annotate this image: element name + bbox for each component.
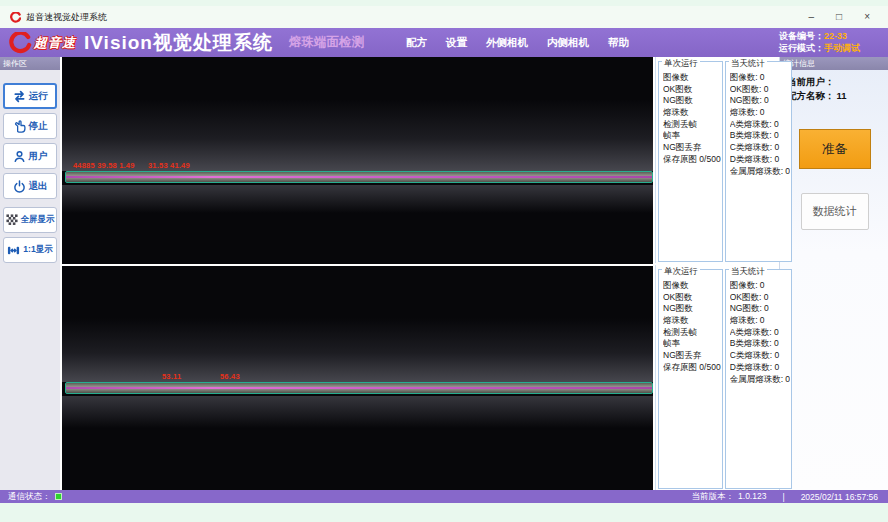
image-haze [62,318,653,382]
inner-camera-view[interactable]: 53.11 56.43 [62,266,653,490]
single-run-rows: 图像数OK图数NG图数熔珠数检测丢帧帧率NG图丢弃保存原图 0/500 [659,62,722,166]
stat-row: B类熔珠数: 0 [730,338,790,350]
stat-row: 图像数 [663,280,721,292]
detected-strip-roi [65,171,653,183]
stat-row: NG图数 [663,95,721,107]
prepare-button[interactable]: 准备 [799,129,871,169]
user-button-label: 用户 [29,150,48,163]
menu-item[interactable]: 设置 [446,36,467,50]
device-number-value: 22-33 [824,31,876,42]
today-stats-groupbox: 当天统计 图像数: 0OK图数: 0NG图数: 0熔珠数: 0A类熔珠数: 0B… [725,61,792,262]
single-run-groupbox: 单次运行 图像数OK图数NG图数熔珠数检测丢帧帧率NG图丢弃保存原图 0/500 [658,61,723,262]
run-button[interactable]: 运行 [3,83,57,109]
menu-item[interactable]: 配方 [406,36,427,50]
current-user-row: 当前用户： [787,75,882,89]
recipe-name-value: 11 [837,89,847,103]
info-panel-body: 当前用户： 配方名称： 11 准备 数据统计 [780,70,888,230]
stat-row: OK图数: 0 [730,84,790,96]
main-area: 操作区 运行 停止 [0,57,888,490]
outer-camera-view[interactable]: 44885 39.58 1.49 31.53 41.49 [62,57,653,264]
fullscreen-button[interactable]: 全屏显示 [3,207,57,233]
app-title: IVision视觉处理系统 [84,30,273,56]
menu-item[interactable]: 内侧相机 [547,36,589,50]
stop-button-label: 停止 [29,120,48,133]
brand-swoosh-icon [8,32,32,54]
today-stats-groupbox: 当天统计 图像数: 0OK图数: 0NG图数: 0熔珠数: 0A类熔珠数: 0B… [725,269,792,489]
info-panel: 统计信息 当前用户： 配方名称： 11 准备 数据统计 [779,57,888,490]
version-label: 当前版本： [692,491,735,503]
stat-row: 保存原图 0/500 [663,362,721,374]
app-subtitle: 熔珠端面检测 [289,34,364,51]
stats-panel-outer: 单次运行 图像数OK图数NG图数熔珠数检测丢帧帧率NG图丢弃保存原图 0/500… [655,57,777,263]
status-separator: | [782,492,784,502]
run-mode-label: 运行模式： [779,43,824,54]
user-button[interactable]: 用户 [3,143,57,169]
menu-item[interactable]: 帮助 [608,36,629,50]
image-haze [62,185,653,213]
app-logo-icon [10,12,21,23]
stat-row: 熔珠数 [663,107,721,119]
one-to-one-button[interactable]: 1:1显示 [3,237,57,263]
stat-row: A类熔珠数: 0 [730,119,790,131]
brand-name: 超音速 [34,34,76,52]
power-icon [13,180,26,193]
stat-row: 图像数: 0 [730,72,790,84]
single-run-groupbox: 单次运行 图像数OK图数NG图数熔珠数检测丢帧帧率NG图丢弃保存原图 0/500 [658,269,723,489]
app-window: 超音速视觉处理系统 – □ × 超音速 IVision视觉处理系统 熔珠端面检测… [0,0,888,522]
stat-row: OK图数: 0 [730,292,790,304]
status-bar-right: 当前版本： 1.0.123 | 2025/02/11 16:57:56 [692,491,880,503]
data-statistics-button[interactable]: 数据统计 [801,193,869,230]
stat-row: 帧率 [663,130,721,142]
stop-button[interactable]: 停止 [3,113,57,139]
recipe-name-label: 配方名称： [787,89,835,103]
today-stats-rows: 图像数: 0OK图数: 0NG图数: 0熔珠数: 0A类熔珠数: 0B类熔珠数:… [726,270,791,385]
stat-row: 帧率 [663,338,721,350]
minimize-icon[interactable]: – [809,6,815,28]
measurement-annotation: 31.53 41.49 [148,161,190,170]
stat-row: NG图丢弃 [663,142,721,154]
device-number-row: 设备编号： 22-33 [779,31,876,42]
measurement-annotation: 56.43 [220,372,240,381]
stat-row: 金属屑熔珠数: 0 [730,374,790,386]
close-icon[interactable]: × [864,6,870,28]
image-haze [62,396,653,428]
maximize-icon[interactable]: □ [836,6,842,28]
one-to-one-icon [7,244,20,257]
stop-hand-icon [13,120,26,133]
recipe-name-row: 配方名称： 11 [787,89,882,103]
detected-strip-roi [65,382,653,394]
groupbox-title: 当天统计 [729,266,767,278]
fullscreen-button-label: 全屏显示 [21,214,55,226]
menu-bar: 配方设置外侧相机内侧相机帮助 [406,36,629,50]
stat-row: NG图数: 0 [730,303,790,315]
measurement-annotation: 53.11 [162,372,181,381]
stat-row: NG图数: 0 [730,95,790,107]
stat-row: 金属屑熔珠数: 0 [730,166,790,178]
comm-status-indicator [55,493,62,500]
exit-button-label: 退出 [29,180,48,193]
datetime-value: 2025/02/11 16:57:56 [801,492,878,502]
stat-row: 图像数: 0 [730,280,790,292]
single-run-rows: 图像数OK图数NG图数熔珠数检测丢帧帧率NG图丢弃保存原图 0/500 [659,270,722,374]
stat-row: 熔珠数: 0 [730,107,790,119]
user-icon [13,150,26,163]
groupbox-title: 单次运行 [662,58,700,70]
comm-status: 通信状态： [8,491,62,503]
menu-item[interactable]: 外侧相机 [486,36,528,50]
app-header: 超音速 IVision视觉处理系统 熔珠端面检测 配方设置外侧相机内侧相机帮助 … [0,28,888,57]
version-group: 当前版本： 1.0.123 [692,491,767,503]
exit-button[interactable]: 退出 [3,173,57,199]
camera-viewport: 44885 39.58 1.49 31.53 41.49 53.11 56.43 [62,57,653,490]
stat-row: NG图数 [663,303,721,315]
stat-row: 保存原图 0/500 [663,154,721,166]
stat-row: A类熔珠数: 0 [730,327,790,339]
current-user-label: 当前用户： [787,75,835,89]
stat-row: 图像数 [663,72,721,84]
device-number-label: 设备编号： [779,31,824,42]
statistics-column: 单次运行 图像数OK图数NG图数熔珠数检测丢帧帧率NG图丢弃保存原图 0/500… [655,57,777,490]
stat-row: 检测丢帧 [663,327,721,339]
today-stats-rows: 图像数: 0OK图数: 0NG图数: 0熔珠数: 0A类熔珠数: 0B类熔珠数:… [726,62,791,177]
operation-sidebar: 操作区 运行 停止 [0,57,60,490]
window-controls: – □ × [809,6,878,28]
stats-panel-inner: 单次运行 图像数OK图数NG图数熔珠数检测丢帧帧率NG图丢弃保存原图 0/500… [655,265,777,490]
